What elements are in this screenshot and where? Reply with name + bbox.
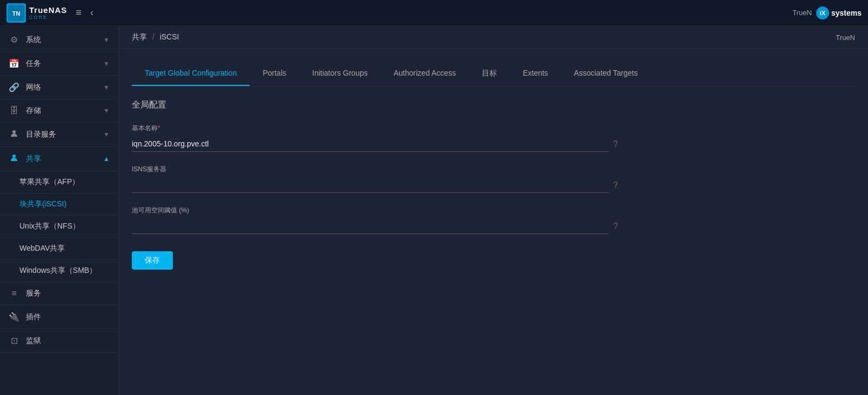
sidebar-jails-label: 监狱: [26, 336, 41, 346]
tasks-chevron: ▼: [103, 60, 110, 68]
topbar-left: TN TrueNAS CORE ≡ ‹: [6, 3, 93, 23]
pool-threshold-input-row: ?: [132, 218, 618, 234]
sidebar-network-label: 网络: [26, 83, 41, 92]
network-chevron: ▼: [103, 84, 110, 91]
storage-chevron: ▼: [103, 107, 110, 115]
content-username: TrueN: [836, 34, 855, 42]
pool-threshold-group: 池可用空间阈值 (%) ?: [132, 206, 618, 234]
breadcrumb-current: iSCSI: [160, 32, 179, 41]
logo: TN TrueNAS CORE: [6, 3, 67, 23]
sidebar-item-nfs[interactable]: Unix共享（NFS）: [0, 216, 118, 238]
sidebar-directory-label: 目录服务: [26, 130, 56, 139]
topbar: TN TrueNAS CORE ≡ ‹ TrueN iX systems: [0, 0, 868, 26]
pool-threshold-label: 池可用空间阈值 (%): [132, 206, 618, 215]
breadcrumb-separator: /: [152, 32, 154, 41]
sidebar-shares-label: 共享: [26, 154, 41, 164]
sidebar-item-jails[interactable]: ⊡ 监狱: [0, 329, 118, 353]
jails-icon: ⊡: [9, 336, 19, 346]
sidebar: ⚙ 系统 ▼ 📅 任务 ▼ 🔗 网络 ▼ 🗄 存储 ▼: [0, 26, 119, 395]
sidebar-smb-label: Windows共享（SMB）: [19, 266, 97, 276]
logo-icon: TN: [6, 3, 26, 23]
sidebar-item-directory[interactable]: 目录服务 ▼: [0, 123, 118, 147]
svg-text:TN: TN: [12, 10, 21, 17]
topbar-right: TrueN iX systems: [792, 6, 862, 19]
sidebar-item-smb[interactable]: Windows共享（SMB）: [0, 260, 118, 282]
shares-chevron: ▲: [103, 155, 110, 163]
sidebar-item-tasks[interactable]: 📅 任务 ▼: [0, 52, 118, 76]
ixsystems-label: systems: [831, 9, 862, 17]
breadcrumb-parent: 共享: [132, 32, 147, 41]
tab-extents[interactable]: Extents: [510, 62, 561, 86]
section-title: 全局配置: [132, 99, 618, 111]
plugins-icon: 🔌: [9, 312, 19, 322]
pool-threshold-help-icon[interactable]: ?: [613, 222, 618, 231]
breadcrumb: 共享 / iSCSI: [132, 32, 179, 42]
tab-associated[interactable]: Associated Targets: [561, 62, 651, 86]
sidebar-item-webdav[interactable]: WebDAV共享: [0, 238, 118, 260]
sidebar-iscsi-label: 块共享(iSCSI): [19, 199, 66, 209]
sidebar-services-label: 服务: [26, 289, 41, 298]
sidebar-item-network[interactable]: 🔗 网络 ▼: [0, 76, 118, 99]
hamburger-menu-icon[interactable]: ≡: [76, 7, 82, 18]
sidebar-item-afp[interactable]: 苹果共享（AFP）: [0, 171, 118, 193]
tab-target-global[interactable]: Target Global Configuration: [132, 62, 250, 86]
pool-threshold-input[interactable]: [132, 218, 609, 234]
svg-point-3: [12, 155, 16, 158]
topbar-username: TrueN: [792, 9, 812, 17]
breadcrumb-bar: 共享 / iSCSI TrueN: [119, 26, 868, 49]
directory-icon: [9, 129, 19, 140]
sidebar-item-services[interactable]: ≡ 服务: [0, 282, 118, 305]
tabs-container: Target Global Configuration Portals Init…: [132, 62, 855, 86]
base-name-input-row: ?: [132, 136, 618, 152]
isns-label: ISNS服务器: [132, 165, 618, 174]
ix-badge: iX: [816, 6, 829, 19]
sidebar-storage-label: 存储: [26, 106, 41, 116]
tasks-icon: 📅: [9, 58, 19, 69]
sidebar-item-iscsi[interactable]: 块共享(iSCSI): [0, 193, 118, 216]
iscsi-content: Target Global Configuration Portals Init…: [119, 49, 868, 395]
sidebar-tasks-label: 任务: [26, 59, 41, 69]
sidebar-nfs-label: Unix共享（NFS）: [19, 222, 80, 231]
tab-portals[interactable]: Portals: [250, 62, 299, 86]
sidebar-webdav-label: WebDAV共享: [19, 244, 65, 253]
logo-truenas-label: TrueNAS: [29, 5, 67, 15]
services-icon: ≡: [9, 289, 19, 298]
network-icon: 🔗: [9, 82, 19, 92]
sidebar-item-shares[interactable]: 共享 ▲: [0, 147, 118, 171]
base-name-help-icon[interactable]: ?: [613, 139, 618, 149]
form-section: 全局配置 基本名称* ? ISNS服务器 ?: [132, 99, 618, 270]
storage-icon: 🗄: [9, 106, 19, 116]
sidebar-item-storage[interactable]: 🗄 存储 ▼: [0, 99, 118, 123]
base-name-label: 基本名称*: [132, 124, 618, 133]
base-name-input[interactable]: [132, 136, 609, 152]
directory-chevron: ▼: [103, 131, 110, 138]
system-chevron: ▼: [103, 36, 110, 44]
tab-authorized[interactable]: Authorized Access: [381, 62, 469, 86]
required-marker: *: [158, 124, 160, 132]
base-name-group: 基本名称* ?: [132, 124, 618, 152]
tab-targets[interactable]: 目标: [469, 62, 510, 86]
system-icon: ⚙: [9, 35, 19, 45]
logo-text: TrueNAS CORE: [29, 5, 67, 20]
sidebar-plugins-label: 插件: [26, 312, 41, 322]
sidebar-item-system[interactable]: ⚙ 系统 ▼: [0, 28, 118, 52]
sidebar-afp-label: 苹果共享（AFP）: [19, 177, 79, 187]
tab-initiators[interactable]: Initiators Groups: [299, 62, 381, 86]
isns-help-icon[interactable]: ?: [613, 180, 618, 190]
logo-core-label: CORE: [29, 15, 67, 20]
ixsystems-logo: iX systems: [816, 6, 862, 19]
content-area: 共享 / iSCSI TrueN Target Global Configura…: [119, 26, 868, 395]
isns-input[interactable]: [132, 177, 609, 193]
save-button[interactable]: 保存: [132, 251, 173, 270]
shares-icon: [9, 153, 19, 164]
back-icon[interactable]: ‹: [90, 7, 93, 18]
sidebar-system-label: 系统: [26, 35, 41, 45]
svg-point-2: [12, 130, 16, 133]
isns-group: ISNS服务器 ?: [132, 165, 618, 193]
sidebar-item-plugins[interactable]: 🔌 插件: [0, 305, 118, 329]
main-layout: ⚙ 系统 ▼ 📅 任务 ▼ 🔗 网络 ▼ 🗄 存储 ▼: [0, 26, 868, 395]
isns-input-row: ?: [132, 177, 618, 193]
